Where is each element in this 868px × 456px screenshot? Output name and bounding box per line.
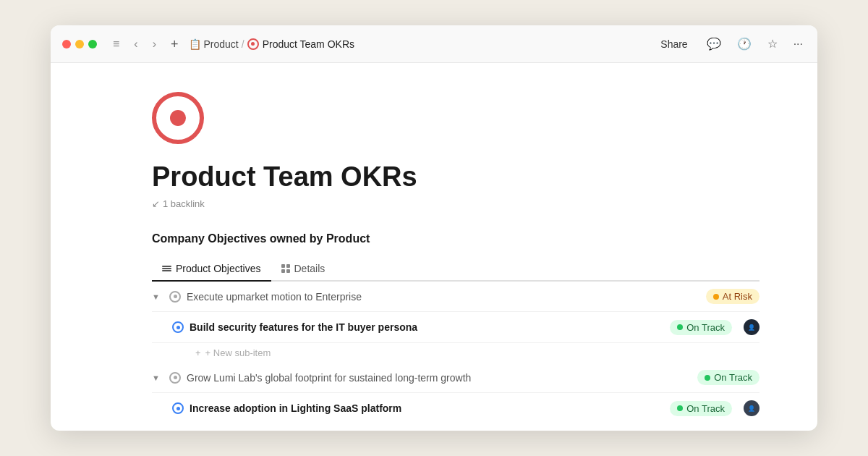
- tab-product-objectives[interactable]: Product Objectives: [152, 257, 271, 282]
- maximize-button[interactable]: [88, 40, 97, 48]
- objective-row-1: ▼ Execute upmarket motion to Enterprise …: [152, 282, 760, 312]
- breadcrumb-product-label: Product: [204, 38, 239, 50]
- breadcrumb-product-link[interactable]: 📋 Product: [189, 38, 239, 50]
- avatar-2-1: 👤: [744, 400, 760, 416]
- titlebar: ≡ ‹ › + 📋 Product / Product Team OKRs Sh…: [51, 25, 817, 63]
- hamburger-menu-button[interactable]: ≡: [109, 35, 124, 53]
- more-options-button[interactable]: ···: [791, 35, 806, 53]
- objective-text-2: Grow Lumi Lab's global footprint for sus…: [187, 372, 692, 384]
- backlink[interactable]: ↙ 1 backlink: [152, 198, 760, 209]
- page-target-icon-small: [247, 38, 259, 50]
- status-label-2-1: On Track: [686, 403, 725, 414]
- titlebar-actions: Share 💬 🕐 ☆ ···: [655, 35, 806, 53]
- minimize-button[interactable]: [75, 40, 84, 48]
- objective-target-icon-1-1: [172, 321, 184, 333]
- status-dot-1: [713, 294, 719, 300]
- new-subitem-label-1: + New sub-item: [205, 347, 271, 358]
- breadcrumb-current-label: Product Team OKRs: [263, 38, 354, 50]
- objective-row-2: ▼ Grow Lumi Lab's global footprint for s…: [152, 363, 760, 393]
- tab-product-objectives-label: Product Objectives: [176, 263, 261, 274]
- status-label-1: At Risk: [723, 291, 752, 302]
- breadcrumb-separator: /: [242, 38, 244, 50]
- plus-icon-1: +: [195, 347, 201, 358]
- objective-target-icon-1: [169, 291, 181, 303]
- page-content: Product Team OKRs ↙ 1 backlink Company O…: [51, 63, 817, 431]
- backlink-text: 1 backlink: [163, 198, 205, 209]
- avatar-1-1: 👤: [744, 319, 760, 335]
- status-label-2: On Track: [714, 372, 752, 383]
- add-button[interactable]: +: [166, 35, 183, 54]
- page-icon-large: [152, 92, 204, 144]
- status-badge-on-track-1: On Track: [670, 320, 732, 335]
- share-button[interactable]: Share: [655, 35, 693, 53]
- status-dot-2-1: [677, 405, 683, 411]
- objectives-list: ▼ Execute upmarket motion to Enterprise …: [152, 282, 760, 423]
- tab-details[interactable]: Details: [271, 257, 336, 282]
- tab-details-label: Details: [294, 263, 326, 274]
- status-dot-2: [705, 375, 710, 381]
- section-heading: Company Objectives owned by Product: [152, 232, 760, 245]
- close-button[interactable]: [62, 40, 71, 48]
- backlink-arrow-icon: ↙: [152, 198, 160, 209]
- forward-button[interactable]: ›: [148, 35, 161, 53]
- grid-icon: [281, 264, 290, 273]
- chevron-down-icon-2[interactable]: ▼: [152, 373, 163, 382]
- new-subitem-button-1[interactable]: + + New sub-item: [152, 343, 760, 363]
- history-button[interactable]: 🕐: [734, 35, 754, 53]
- app-window: ≡ ‹ › + 📋 Product / Product Team OKRs Sh…: [51, 25, 817, 431]
- product-emoji-icon: 📋: [189, 38, 201, 50]
- status-badge-on-track-2: On Track: [697, 370, 760, 385]
- objective-target-icon-2: [169, 372, 181, 384]
- status-badge-on-track-3: On Track: [670, 401, 732, 416]
- status-badge-at-risk-1: At Risk: [706, 289, 760, 304]
- chevron-down-icon-1[interactable]: ▼: [152, 292, 163, 301]
- objective-text-1: Execute upmarket motion to Enterprise: [187, 291, 700, 303]
- list-icon: [162, 266, 171, 271]
- page-title: Product Team OKRs: [152, 161, 760, 193]
- breadcrumb: 📋 Product / Product Team OKRs: [189, 38, 355, 50]
- objective-text-2-1: Increase adoption in Lighting SaaS platf…: [190, 402, 664, 414]
- favorite-button[interactable]: ☆: [765, 35, 780, 53]
- back-button[interactable]: ‹: [129, 35, 142, 53]
- breadcrumb-current-page: Product Team OKRs: [247, 38, 354, 50]
- status-dot-1-1: [677, 324, 683, 330]
- status-label-1-1: On Track: [686, 322, 725, 333]
- objective-text-1-1: Build security features for the IT buyer…: [190, 321, 664, 333]
- tabs-container: Product Objectives Details: [152, 257, 760, 282]
- objective-row-1-1: Build security features for the IT buyer…: [152, 312, 760, 343]
- comments-button[interactable]: 💬: [704, 35, 724, 53]
- traffic-lights: [62, 40, 97, 48]
- objective-row-2-1: Increase adoption in Lighting SaaS platf…: [152, 393, 760, 423]
- objective-target-icon-2-1: [172, 402, 184, 414]
